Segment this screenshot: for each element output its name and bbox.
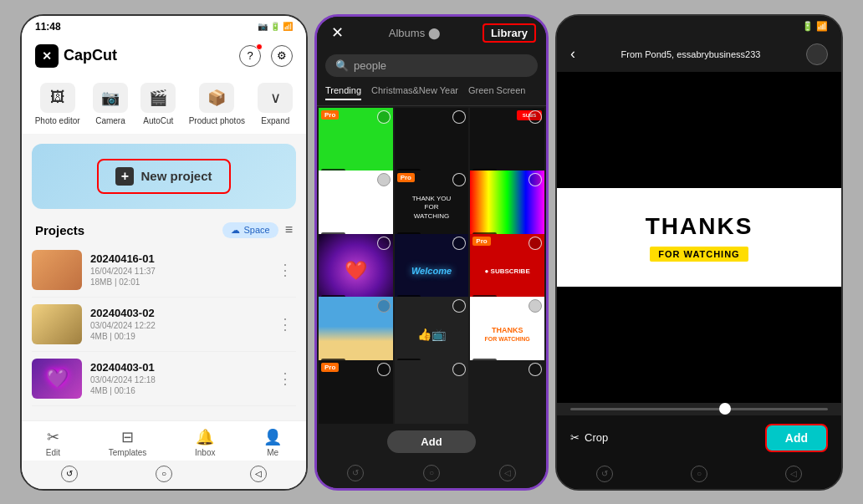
recents-indicator[interactable]: ◁ <box>499 465 516 481</box>
black-space-top <box>557 72 841 188</box>
nav-edit[interactable]: ✂ Edit <box>46 428 60 457</box>
tool-camera[interactable]: 📷 Camera <box>93 83 128 125</box>
select-circle[interactable] <box>529 299 542 313</box>
media-cell[interactable] <box>395 360 469 424</box>
tab-trending[interactable]: Trending <box>325 85 361 100</box>
tool-expand[interactable]: ∨ Expand <box>258 83 293 125</box>
project-date: 03/04/2024 12:22 <box>90 321 266 330</box>
tab-christmas[interactable]: Christmas&New Year <box>371 85 458 100</box>
back-indicator[interactable]: ↺ <box>347 465 364 481</box>
back-button[interactable]: ‹ <box>570 45 575 63</box>
albums-tab[interactable]: Albums ⬤ <box>389 27 441 39</box>
add-button[interactable]: Add <box>387 430 475 453</box>
more-options-icon[interactable]: ⋮ <box>274 366 296 391</box>
more-options-icon[interactable]: ⋮ <box>274 257 296 283</box>
select-circle[interactable] <box>377 237 391 250</box>
status-bar: 🔋 📶 <box>557 16 841 37</box>
back-indicator[interactable]: ↺ <box>596 466 613 482</box>
phone3-preview: 🔋 📶 ‹ From Pond5, essabrybusiness233 THA… <box>555 14 843 491</box>
crop-button[interactable]: ✂ Crop <box>570 431 608 444</box>
space-label: Space <box>243 225 269 235</box>
tool-autocut-label: AutoCut <box>143 116 173 125</box>
home-indicator[interactable]: ○ <box>156 466 172 482</box>
library-label: Library <box>491 27 528 39</box>
select-circle[interactable] <box>377 173 391 186</box>
search-input[interactable]: people <box>354 59 386 72</box>
project-date: 16/04/2024 11:37 <box>90 267 266 276</box>
nav-me-label: Me <box>267 448 278 457</box>
recents-indicator[interactable]: ◁ <box>250 466 267 482</box>
select-circle[interactable] <box>452 237 466 250</box>
more-options-icon[interactable]: ⋮ <box>274 312 296 337</box>
media-grid: Pro 00:08 00:06 SUBS 00:11 00:06 <box>317 106 546 424</box>
projects-title: Projects <box>35 223 84 237</box>
timeline-knob[interactable] <box>719 403 731 415</box>
space-button[interactable]: ☁ Space <box>222 222 278 238</box>
help-icon[interactable]: ? <box>239 45 261 67</box>
recents-indicator[interactable]: ◁ <box>785 466 802 482</box>
category-tabs: Trending Christmas&New Year Green Screen <box>317 82 546 106</box>
inbox-icon: 🔔 <box>196 428 214 446</box>
select-circle[interactable] <box>377 110 391 124</box>
notification-badge <box>256 43 263 50</box>
select-circle[interactable] <box>377 299 391 313</box>
black-space-bottom <box>557 287 841 403</box>
home-indicator[interactable]: ○ <box>423 465 440 481</box>
select-circle[interactable] <box>452 299 466 313</box>
project-info: 20240403-01 03/04/2024 12:18 4MB | 00:16 <box>90 361 266 395</box>
new-project-banner: + New project <box>32 144 296 209</box>
bottom-toolbar: ✂ Crop Add <box>557 415 841 461</box>
select-circle[interactable] <box>452 173 466 186</box>
nav-me[interactable]: 👤 Me <box>263 428 282 457</box>
project-name: 20240416-01 <box>90 252 266 265</box>
library-tab[interactable]: Library <box>483 23 536 43</box>
timeline[interactable] <box>557 403 841 415</box>
nav-templates[interactable]: ⊟ Templates <box>109 428 147 457</box>
search-bar[interactable]: 🔍 people <box>325 54 538 77</box>
project-thumbnail: 💜 <box>32 359 82 399</box>
project-date: 03/04/2024 12:18 <box>90 375 266 384</box>
crop-label: Crop <box>585 431 608 444</box>
tool-product-photos[interactable]: 📦 Product photos <box>189 83 245 125</box>
select-circle[interactable] <box>377 363 391 376</box>
select-circle[interactable] <box>529 237 542 250</box>
camera-icon: 📷 <box>93 83 128 113</box>
add-button[interactable]: Add <box>765 424 828 452</box>
list-item[interactable]: 20240403-02 03/04/2024 12:22 4MB | 00:19… <box>32 298 296 352</box>
select-circle[interactable] <box>529 110 542 124</box>
tool-autocut[interactable]: 🎬 AutoCut <box>140 83 176 125</box>
home-indicator[interactable]: ○ <box>691 466 707 482</box>
back-indicator[interactable]: ↺ <box>61 466 78 482</box>
close-button[interactable]: ✕ <box>327 23 347 42</box>
timeline-track[interactable] <box>570 408 828 410</box>
list-view-icon[interactable]: ≡ <box>285 222 293 237</box>
library-header: ✕ Albums ⬤ Library <box>317 17 546 49</box>
nav-templates-label: Templates <box>109 448 147 457</box>
tools-row: 🖼 Photo editor 📷 Camera 🎬 AutoCut 📦 Prod… <box>22 74 306 134</box>
settings-icon[interactable]: ⚙ <box>271 45 293 67</box>
select-circle[interactable] <box>529 363 542 376</box>
tool-photo-editor[interactable]: 🖼 Photo editor <box>35 83 80 125</box>
tab-greenscreen[interactable]: Green Screen <box>468 85 525 100</box>
list-item[interactable]: 💜 20240403-01 03/04/2024 12:18 4MB | 00:… <box>32 352 296 406</box>
phone-gesture-bar: ↺ ○ ◁ <box>22 461 306 489</box>
select-circle[interactable] <box>452 363 466 376</box>
add-label: Add <box>421 435 442 448</box>
media-cell[interactable]: Pro <box>319 360 393 424</box>
select-circle[interactable] <box>529 173 542 186</box>
select-circle[interactable] <box>452 110 466 124</box>
product-photos-icon: 📦 <box>199 83 234 113</box>
tool-expand-label: Expand <box>261 116 289 125</box>
list-item[interactable]: 20240416-01 16/04/2024 11:37 18MB | 02:0… <box>32 243 296 298</box>
phone2-library: ✕ Albums ⬤ Library 🔍 people Trending Chr… <box>314 14 549 491</box>
capcut-logo: ✕ CapCut <box>35 44 117 68</box>
header-icons: ? ⚙ <box>239 45 293 67</box>
new-project-button[interactable]: + New project <box>97 159 230 194</box>
nav-inbox[interactable]: 🔔 Inbox <box>195 428 215 457</box>
project-name: 20240403-01 <box>90 361 266 374</box>
for-watching-badge: FOR WATCHING <box>650 247 748 262</box>
phone1-header: ✕ CapCut ? ⚙ <box>22 38 306 74</box>
media-cell[interactable] <box>470 360 544 424</box>
project-meta: 18MB | 02:01 <box>90 277 266 287</box>
nav-edit-label: Edit <box>46 448 60 457</box>
